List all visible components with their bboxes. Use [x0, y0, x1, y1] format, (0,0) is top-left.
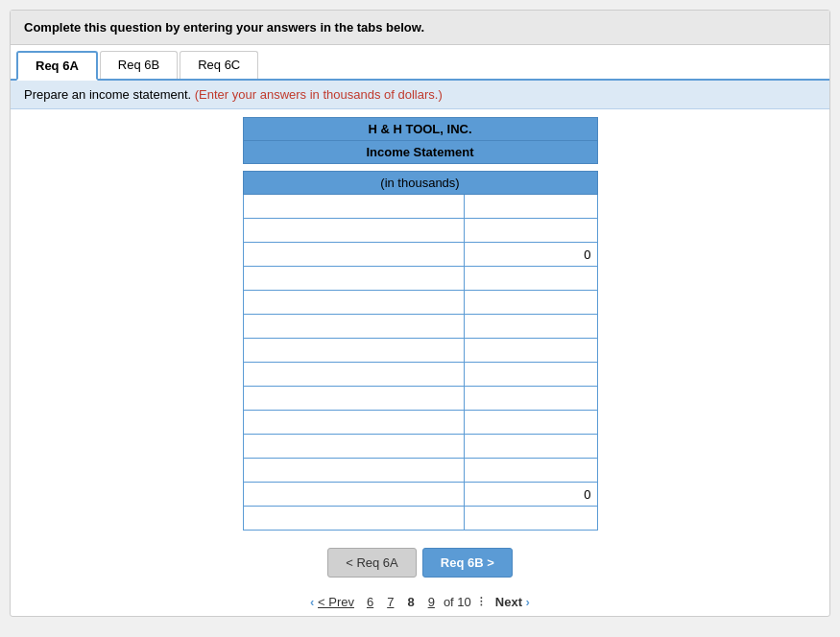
label-input-4[interactable] [248, 269, 461, 288]
label-cell-14[interactable] [243, 507, 465, 531]
page-num-7[interactable]: 7 [382, 593, 398, 611]
table-row [243, 387, 597, 411]
value-input-10[interactable] [468, 413, 590, 432]
label-input-14[interactable] [248, 508, 461, 528]
tab-req6a[interactable]: Req 6A [16, 51, 98, 81]
instruction-bar: Complete this question by entering your … [11, 11, 829, 45]
label-input-13[interactable] [248, 484, 461, 504]
next-page-button[interactable]: Next › [492, 593, 534, 611]
tab-req6c[interactable]: Req 6C [180, 51, 258, 79]
label-cell-10[interactable] [243, 411, 465, 435]
of-total-text: of 10 [444, 595, 471, 609]
next-arrow-icon: › [526, 595, 530, 609]
value-cell-5[interactable] [465, 291, 597, 315]
label-cell-2[interactable] [243, 219, 465, 243]
table-row [243, 459, 597, 483]
spacer-row-1 [243, 164, 597, 172]
value-cell-6[interactable] [465, 315, 597, 339]
value-input-12[interactable] [468, 460, 590, 480]
value-input-4[interactable] [468, 269, 590, 288]
table-row [243, 267, 597, 291]
value-cell-7[interactable] [465, 339, 597, 363]
grid-icon[interactable]: ⁝ [475, 591, 488, 612]
label-input-10[interactable] [248, 413, 461, 432]
content-area: H & H TOOL, INC. Income Statement (in th… [11, 109, 829, 538]
value-input-7[interactable] [468, 341, 590, 360]
statement-title-text: Income Statement [367, 145, 474, 159]
page-num-8[interactable]: 8 [402, 593, 419, 611]
page-num-9[interactable]: 9 [423, 593, 440, 611]
label-cell-7[interactable] [243, 339, 465, 363]
label-input-7[interactable] [248, 341, 461, 360]
company-name-cell: H & H TOOL, INC. [243, 118, 597, 141]
value-cell-3[interactable] [465, 243, 597, 267]
label-input-2[interactable] [248, 221, 461, 240]
table-row [243, 291, 597, 315]
label-cell-11[interactable] [243, 435, 465, 459]
label-cell-12[interactable] [243, 459, 465, 483]
label-cell-13[interactable] [243, 483, 465, 507]
label-input-1[interactable] [248, 197, 461, 216]
value-cell-4[interactable] [465, 267, 597, 291]
thousands-row: (in thousands) [243, 172, 597, 195]
table-row [243, 507, 597, 531]
tab-req6b[interactable]: Req 6B [100, 51, 178, 79]
value-cell-12[interactable] [465, 459, 597, 483]
statement-title-row: Income Statement [243, 141, 597, 164]
table-row [243, 363, 597, 387]
value-cell-11[interactable] [465, 435, 597, 459]
table-row [243, 195, 597, 219]
thousands-cell: (in thousands) [243, 172, 597, 195]
value-input-11[interactable] [468, 436, 590, 456]
value-cell-2[interactable] [465, 219, 597, 243]
nav-bottom: < Req 6A Req 6B > [11, 538, 829, 583]
prev-page-button[interactable]: ‹ < Prev [306, 593, 358, 611]
label-cell-3[interactable] [243, 243, 465, 267]
value-input-8[interactable] [468, 365, 590, 384]
value-input-6[interactable] [468, 317, 590, 336]
value-input-1[interactable] [468, 197, 590, 216]
instruction-text: Complete this question by entering your … [24, 20, 424, 35]
table-row [243, 315, 597, 339]
table-row [243, 243, 597, 267]
table-row [243, 435, 597, 459]
label-input-9[interactable] [248, 389, 461, 408]
tabs-bar: Req 6A Req 6B Req 6C [11, 45, 829, 81]
value-cell-13[interactable] [465, 483, 597, 507]
value-input-2[interactable] [468, 221, 590, 240]
value-input-9[interactable] [468, 389, 590, 408]
label-input-8[interactable] [248, 365, 461, 384]
value-input-3[interactable] [468, 245, 590, 264]
value-input-14[interactable] [468, 508, 590, 528]
label-cell-6[interactable] [243, 315, 465, 339]
label-cell-8[interactable] [243, 363, 465, 387]
label-input-5[interactable] [248, 293, 461, 312]
prev-page-label: < Prev [318, 595, 354, 609]
table-row [243, 219, 597, 243]
label-input-6[interactable] [248, 317, 461, 336]
value-cell-14[interactable] [465, 507, 597, 531]
label-cell-5[interactable] [243, 291, 465, 315]
value-input-5[interactable] [468, 293, 590, 312]
label-cell-9[interactable] [243, 387, 465, 411]
table-row [243, 411, 597, 435]
label-input-3[interactable] [248, 245, 461, 264]
value-cell-9[interactable] [465, 387, 597, 411]
value-cell-1[interactable] [465, 195, 597, 219]
income-statement-table: H & H TOOL, INC. Income Statement (in th… [243, 117, 598, 531]
value-cell-8[interactable] [465, 363, 597, 387]
info-bar: Prepare an income statement. (Enter your… [11, 81, 829, 109]
table-row [243, 483, 597, 507]
company-name-row: H & H TOOL, INC. [243, 118, 597, 141]
next-page-label: Next [495, 595, 526, 609]
next-req-button[interactable]: Req 6B > [422, 548, 513, 578]
label-input-11[interactable] [248, 436, 461, 456]
statement-title-cell: Income Statement [243, 141, 597, 164]
value-input-13[interactable] [468, 484, 590, 504]
label-input-12[interactable] [248, 460, 461, 480]
value-cell-10[interactable] [465, 411, 597, 435]
prev-req-button[interactable]: < Req 6A [327, 548, 417, 578]
page-num-6[interactable]: 6 [362, 593, 378, 611]
label-cell-4[interactable] [243, 267, 465, 291]
label-cell-1[interactable] [243, 195, 465, 219]
